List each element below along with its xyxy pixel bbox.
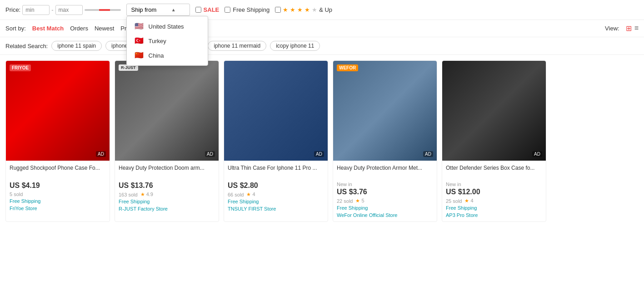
price-min-input[interactable] xyxy=(22,5,50,15)
free-shipping-label: Free Shipping xyxy=(233,6,270,13)
sold-count: 5 sold xyxy=(10,192,23,197)
rating-star-icon: ★ xyxy=(464,198,469,203)
ship-option-china[interactable]: 🇨🇳 China xyxy=(127,48,208,63)
product-title: Heavy Duty Protection Doom arm... xyxy=(119,164,215,180)
sort-best-match[interactable]: Best Match xyxy=(32,24,64,33)
product-rating: ★ 4 xyxy=(464,198,473,204)
sold-count: 163 sold xyxy=(119,192,138,197)
product-info: Otter Defender Series Box Case fo... New… xyxy=(442,161,546,221)
product-title: Ultra Thin Case For Iphone 11 Pro ... xyxy=(228,164,324,180)
product-title: Otter Defender Series Box Case fo... xyxy=(446,164,542,180)
product-card-2[interactable]: R-JUST AD Heavy Duty Protection Doom arm… xyxy=(115,60,219,222)
free-shipping-checkbox[interactable] xyxy=(225,7,230,13)
star3-icon: ★ xyxy=(297,6,303,13)
price-filter: Price: - xyxy=(5,5,121,15)
store-name[interactable]: TNSULY FIRST Store xyxy=(228,206,324,211)
product-rating: ★ 4 xyxy=(246,192,255,197)
sort-newest[interactable]: Newest xyxy=(95,24,114,33)
store-name[interactable]: FriYoe Store xyxy=(10,206,106,211)
product-image: FRIYOE AD xyxy=(6,61,110,161)
product-title: Rugged Shockpoof Phone Case Fo... xyxy=(10,164,106,180)
ad-badge: AD xyxy=(532,151,542,157)
ship-option-turkey-label: Turkey xyxy=(149,38,166,44)
product-info: Ultra Thin Case For Iphone 11 Pro ... US… xyxy=(224,161,328,215)
product-rating: ★ 4.9 xyxy=(140,192,153,197)
sold-count: 25 sold xyxy=(446,198,462,204)
product-info: Heavy Duty Protection Armor Met... New i… xyxy=(333,161,437,221)
product-price: US $13.76 xyxy=(119,182,215,190)
free-shipping-text: Free Shipping xyxy=(119,199,215,204)
ad-badge: AD xyxy=(96,151,106,157)
product-image: AD xyxy=(224,61,328,161)
chevron-up-icon: ▲ xyxy=(171,7,176,12)
list-view-icon[interactable]: ≡ xyxy=(634,24,639,33)
price-dash: - xyxy=(51,6,53,13)
store-name[interactable]: WeFor Online Official Store xyxy=(337,212,433,218)
related-tag-0[interactable]: iphone 11 spain xyxy=(51,41,102,51)
product-card-1[interactable]: FRIYOE AD Rugged Shockpoof Phone Case Fo… xyxy=(5,60,110,222)
filter-bar: Price: - Ship from ▲ 🇺🇸 United States 🇹🇷… xyxy=(0,0,644,20)
new-in-label: New in xyxy=(446,182,542,187)
product-card-4[interactable]: WEFOR AD Heavy Duty Protection Armor Met… xyxy=(333,60,437,222)
store-name[interactable]: R-JUST Factory Store xyxy=(119,206,215,211)
product-image: AD xyxy=(442,61,546,161)
price-slider-bar xyxy=(85,9,121,11)
sale-label: SALE xyxy=(204,6,220,13)
sort-by-label: Sort by: xyxy=(5,25,26,32)
star2-icon: ★ xyxy=(290,6,295,13)
price-label: Price: xyxy=(5,6,20,13)
flag-us-icon: 🇺🇸 xyxy=(134,23,144,30)
product-image: WEFOR AD xyxy=(333,61,437,161)
product-card-3[interactable]: AD Ultra Thin Case For Iphone 11 Pro ...… xyxy=(224,60,328,222)
product-image: R-JUST AD xyxy=(115,61,219,161)
related-search-label: Related Search: xyxy=(5,43,48,49)
ship-option-turkey[interactable]: 🇹🇷 Turkey xyxy=(127,34,208,48)
product-price: US $12.00 xyxy=(446,188,542,196)
ship-option-us[interactable]: 🇺🇸 United States xyxy=(127,19,208,34)
related-search-bar: Related Search: iphone 11 spain iphone 1… xyxy=(0,37,644,55)
ad-badge: AD xyxy=(205,151,215,157)
product-card-5[interactable]: AD Otter Defender Series Box Case fo... … xyxy=(442,60,546,222)
product-price: US $4.19 xyxy=(10,182,106,190)
ship-from-label: Ship from xyxy=(131,6,157,13)
store-badge: WEFOR xyxy=(337,64,358,71)
grid-view-icon[interactable]: ⊞ xyxy=(626,24,632,33)
ship-from-dropdown: 🇺🇸 United States 🇹🇷 Turkey 🇨🇳 China xyxy=(126,16,208,66)
star5-icon: ★ xyxy=(312,6,317,13)
related-tag-4[interactable]: icopy iphone 11 xyxy=(270,41,320,51)
stars-up-label: & Up xyxy=(319,6,332,13)
sort-orders[interactable]: Orders xyxy=(70,24,88,33)
flag-china-icon: 🇨🇳 xyxy=(134,52,144,59)
flag-turkey-icon: 🇹🇷 xyxy=(134,37,144,44)
product-grid: FRIYOE AD Rugged Shockpoof Phone Case Fo… xyxy=(0,55,644,227)
sort-bar: Sort by: Best Match Orders Newest Price … xyxy=(0,20,644,37)
ship-from-wrapper: Ship from ▲ 🇺🇸 United States 🇹🇷 Turkey 🇨… xyxy=(126,4,190,16)
price-max-input[interactable] xyxy=(55,5,83,15)
product-price: US $3.76 xyxy=(337,188,433,196)
product-meta: 66 sold ★ 4 xyxy=(228,192,324,197)
product-price: US $2.80 xyxy=(228,182,324,190)
rating-star-icon: ★ xyxy=(246,192,251,197)
sold-count: 22 sold xyxy=(337,198,353,204)
star4-icon: ★ xyxy=(305,6,310,13)
related-tag-3[interactable]: iphone 11 mermaid xyxy=(208,41,266,51)
product-meta: 163 sold ★ 4.9 xyxy=(119,192,215,197)
star1-icon: ★ xyxy=(283,6,288,13)
rating-star-icon: ★ xyxy=(355,198,360,203)
rating-star-icon: ★ xyxy=(140,192,145,197)
free-shipping-text: Free Shipping xyxy=(10,198,106,204)
store-badge: FRIYOE xyxy=(10,64,31,71)
stars-checkbox[interactable] xyxy=(275,7,281,13)
ad-badge: AD xyxy=(423,151,433,157)
ship-from-button[interactable]: Ship from ▲ xyxy=(126,4,190,16)
ad-badge: AD xyxy=(314,151,324,157)
price-slider xyxy=(85,9,121,11)
product-title: Heavy Duty Protection Armor Met... xyxy=(337,164,433,180)
free-shipping-text: Free Shipping xyxy=(446,205,542,211)
sale-checkbox[interactable] xyxy=(195,7,201,13)
ship-option-us-label: United States xyxy=(149,23,184,30)
free-shipping-filter: Free Shipping xyxy=(225,6,270,13)
product-meta: 5 sold xyxy=(10,192,106,197)
store-name[interactable]: AP3 Pro Store xyxy=(446,212,542,218)
stars-filter: ★ ★ ★ ★ ★ & Up xyxy=(275,6,332,13)
